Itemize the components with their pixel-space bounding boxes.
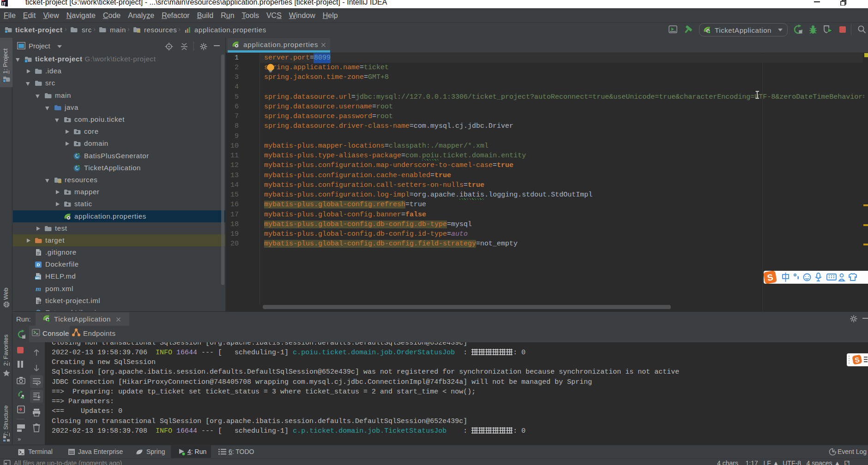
svg-text:m: m xyxy=(36,285,41,292)
svg-text:MD: MD xyxy=(35,277,40,280)
svg-text:D: D xyxy=(37,262,40,267)
